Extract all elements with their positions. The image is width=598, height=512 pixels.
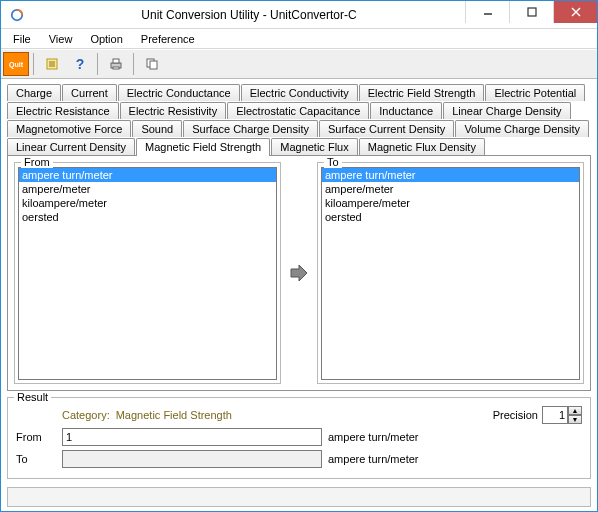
- separator-icon: [33, 53, 35, 75]
- menubar: File View Option Preference: [1, 29, 597, 49]
- spinner-up-icon[interactable]: ▲: [568, 406, 582, 415]
- svg-rect-10: [113, 59, 119, 63]
- separator-icon: [97, 53, 99, 75]
- category-tabs: ChargeCurrentElectric ConductanceElectri…: [7, 83, 591, 155]
- from-value-input[interactable]: [62, 428, 322, 446]
- window-buttons: [465, 1, 597, 23]
- to-fieldset: To ampere turn/meterampere/meterkiloampe…: [317, 162, 584, 384]
- list-item[interactable]: kiloampere/meter: [19, 196, 276, 210]
- minimize-button[interactable]: [465, 1, 509, 23]
- window-title: Unit Conversion Utility - UnitConvertor-…: [33, 8, 465, 22]
- exit-button[interactable]: Quit: [3, 52, 29, 76]
- category-tab[interactable]: Magnetic Flux: [271, 138, 357, 155]
- separator-icon: [133, 53, 135, 75]
- result-legend: Result: [14, 391, 51, 403]
- arrow-column: [285, 162, 313, 384]
- content-area: ChargeCurrentElectric ConductanceElectri…: [1, 79, 597, 485]
- category-value: Magnetic Field Strength: [116, 409, 232, 421]
- svg-rect-13: [150, 61, 157, 69]
- category-tab[interactable]: Surface Current Density: [319, 120, 454, 137]
- category-tab[interactable]: Surface Charge Density: [183, 120, 318, 137]
- category-tab[interactable]: Electric Field Strength: [359, 84, 485, 101]
- statusbar: [7, 487, 591, 507]
- spinner-down-icon[interactable]: ▼: [568, 415, 582, 424]
- to-listbox[interactable]: ampere turn/meterampere/meterkiloampere/…: [321, 167, 580, 380]
- svg-rect-11: [113, 67, 119, 69]
- to-legend: To: [324, 156, 342, 168]
- list-item[interactable]: ampere turn/meter: [322, 168, 579, 182]
- category-tab[interactable]: Electric Resistivity: [120, 102, 227, 119]
- category-tab[interactable]: Linear Charge Density: [443, 102, 570, 119]
- category-tab[interactable]: Electric Conductivity: [241, 84, 358, 101]
- category-tab[interactable]: Charge: [7, 84, 61, 101]
- category-tab[interactable]: Electric Resistance: [7, 102, 119, 119]
- category-tab[interactable]: Sound: [132, 120, 182, 137]
- category-tab[interactable]: Electric Potential: [485, 84, 585, 101]
- menu-file[interactable]: File: [5, 31, 39, 47]
- category-tab[interactable]: Linear Current Density: [7, 138, 135, 155]
- to-label: To: [16, 453, 56, 465]
- menu-option[interactable]: Option: [82, 31, 130, 47]
- from-legend: From: [21, 156, 53, 168]
- print-button[interactable]: [103, 52, 129, 76]
- category-label: [16, 409, 56, 421]
- precision-spinner[interactable]: ▲ ▼: [542, 406, 582, 424]
- options-button[interactable]: [39, 52, 65, 76]
- copy-button[interactable]: [139, 52, 165, 76]
- from-fieldset: From ampere turn/meterampere/meterkiloam…: [14, 162, 281, 384]
- toolbar: Quit ?: [1, 49, 597, 79]
- menu-view[interactable]: View: [41, 31, 81, 47]
- category-tab[interactable]: Magnetic Flux Density: [359, 138, 485, 155]
- svg-rect-2: [528, 8, 536, 16]
- from-label: From: [16, 431, 56, 443]
- precision-input[interactable]: [542, 406, 568, 424]
- to-value-output: [62, 450, 322, 468]
- from-listbox[interactable]: ampere turn/meterampere/meterkiloampere/…: [18, 167, 277, 380]
- list-item[interactable]: ampere/meter: [322, 182, 579, 196]
- category-tab[interactable]: Volume Charge Density: [455, 120, 589, 137]
- category-tab[interactable]: Inductance: [370, 102, 442, 119]
- app-window: Unit Conversion Utility - UnitConvertor-…: [0, 0, 598, 512]
- category-tab[interactable]: Current: [62, 84, 117, 101]
- to-unit-label: ampere turn/meter: [328, 453, 418, 465]
- list-item[interactable]: oersted: [19, 210, 276, 224]
- precision-label: Precision: [493, 409, 538, 421]
- category-caption: Category:: [62, 409, 110, 421]
- arrow-right-icon: [287, 261, 311, 285]
- close-button[interactable]: [553, 1, 597, 23]
- list-item[interactable]: kiloampere/meter: [322, 196, 579, 210]
- tab-page: SOFTPEDIA From ampere turn/meterampere/m…: [7, 155, 591, 391]
- titlebar: Unit Conversion Utility - UnitConvertor-…: [1, 1, 597, 29]
- result-fieldset: Result Category: Magnetic Field Strength…: [7, 397, 591, 479]
- category-tab[interactable]: Magnetic Field Strength: [136, 138, 270, 156]
- category-tab[interactable]: Magnetomotive Force: [7, 120, 131, 137]
- list-item[interactable]: ampere/meter: [19, 182, 276, 196]
- from-unit-label: ampere turn/meter: [328, 431, 418, 443]
- list-item[interactable]: oersted: [322, 210, 579, 224]
- menu-preference[interactable]: Preference: [133, 31, 203, 47]
- help-button[interactable]: ?: [67, 52, 93, 76]
- category-tab[interactable]: Electrostatic Capacitance: [227, 102, 369, 119]
- list-item[interactable]: ampere turn/meter: [19, 168, 276, 182]
- maximize-button[interactable]: [509, 1, 553, 23]
- category-tab[interactable]: Electric Conductance: [118, 84, 240, 101]
- app-icon: [7, 5, 27, 25]
